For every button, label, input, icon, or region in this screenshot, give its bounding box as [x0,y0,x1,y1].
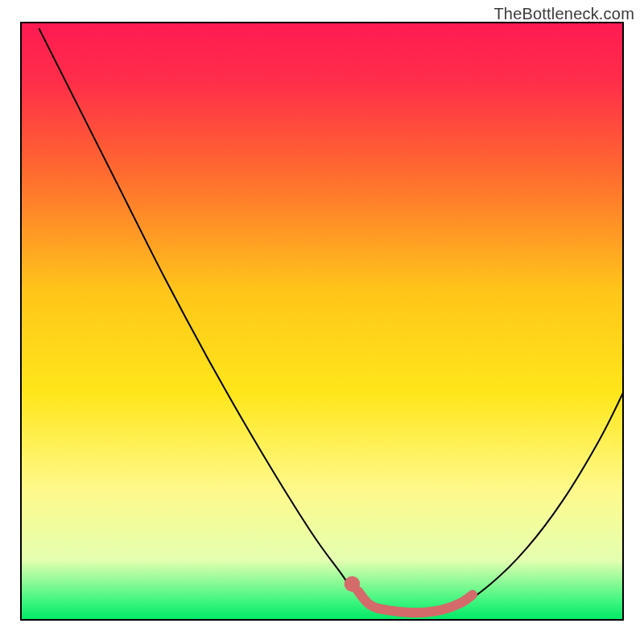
plot-background [21,23,623,620]
highlight-dot [345,576,360,592]
chart-container: TheBottleneck.com [0,0,644,644]
bottleneck-chart [0,0,644,644]
watermark-text: TheBottleneck.com [493,5,634,23]
